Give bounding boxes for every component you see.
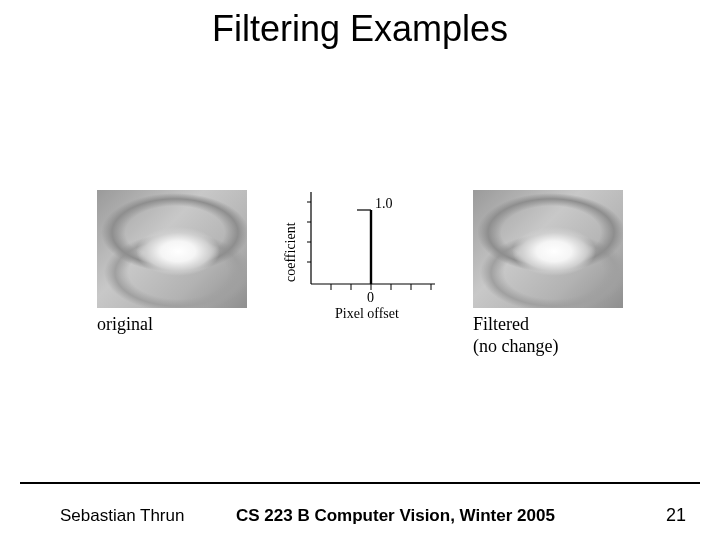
plot-y-axis-label: coefficient [283, 222, 298, 282]
original-caption: original [97, 314, 153, 336]
panel-filter-plot: 1.0 0 coefficient Pixel offset [275, 184, 445, 324]
footer-author: Sebastian Thrun [60, 506, 184, 526]
panel-filtered: Filtered (no change) [473, 190, 623, 357]
filtered-image [473, 190, 623, 308]
slide-title: Filtering Examples [0, 8, 720, 50]
footer-course: CS 223 B Computer Vision, Winter 2005 [236, 506, 555, 526]
filtered-caption-line2: (no change) [473, 336, 558, 356]
plot-x-axis-label: Pixel offset [335, 306, 399, 321]
filtered-caption: Filtered (no change) [473, 314, 558, 357]
footer-page-number: 21 [666, 505, 686, 526]
panel-original: original [97, 190, 247, 336]
plot-zero-label: 0 [367, 290, 374, 305]
original-image [97, 190, 247, 308]
plot-value-label: 1.0 [375, 196, 393, 211]
slide: Filtering Examples original [0, 0, 720, 540]
footer-rule [20, 482, 700, 484]
filtered-caption-line1: Filtered [473, 314, 529, 334]
content-row: original [0, 190, 720, 357]
filter-plot: 1.0 0 coefficient Pixel offset [275, 184, 445, 324]
